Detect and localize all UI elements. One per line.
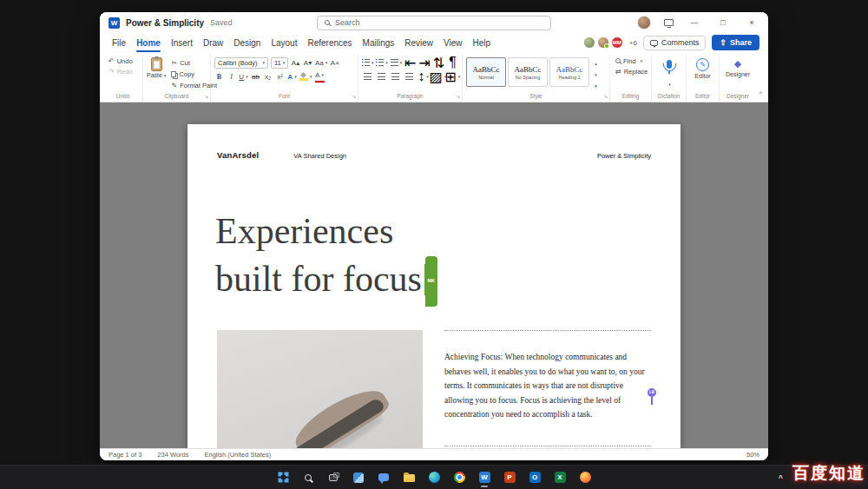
underline-button[interactable] bbox=[239, 71, 248, 83]
undo-button[interactable]: Undo bbox=[107, 56, 139, 66]
document-heading[interactable]: Experiences built for focus MK bbox=[215, 208, 426, 303]
italic-button[interactable] bbox=[227, 71, 236, 83]
borders-button[interactable] bbox=[447, 71, 458, 83]
text-effects-button[interactable] bbox=[287, 71, 297, 83]
taskbar-chat-button[interactable] bbox=[373, 467, 394, 488]
paragraph-launcher-icon[interactable] bbox=[456, 94, 460, 99]
paste-button[interactable]: Paste bbox=[147, 56, 166, 92]
taskbar-edge-button[interactable] bbox=[424, 467, 444, 488]
user-avatar[interactable] bbox=[637, 16, 651, 30]
taskbar-excel-button[interactable]: X bbox=[549, 467, 570, 488]
tab-draw[interactable]: Draw bbox=[198, 35, 228, 51]
tab-design[interactable]: Design bbox=[228, 35, 266, 51]
taskbar-task-view-button[interactable] bbox=[323, 467, 344, 488]
decrease-indent-button[interactable] bbox=[404, 57, 416, 69]
tab-references[interactable]: References bbox=[302, 35, 357, 51]
style-no-spacing[interactable]: AaBbCc No Spacing bbox=[508, 57, 548, 87]
close-button[interactable] bbox=[744, 18, 760, 27]
taskbar-chrome-button[interactable] bbox=[449, 467, 470, 488]
search-input[interactable]: Search bbox=[317, 16, 551, 30]
sort-button[interactable] bbox=[433, 57, 444, 69]
tab-layout[interactable]: Layout bbox=[266, 35, 302, 51]
body-paragraph[interactable]: Achieving Focus: When technology communi… bbox=[444, 353, 645, 419]
taskbar-firefox-button[interactable] bbox=[575, 467, 595, 488]
highlight-button[interactable] bbox=[299, 71, 312, 83]
tab-home[interactable]: Home bbox=[131, 35, 166, 51]
share-button[interactable]: Share bbox=[712, 35, 760, 50]
tab-mailings[interactable]: Mailings bbox=[358, 35, 400, 51]
document-image[interactable] bbox=[217, 330, 423, 448]
taskbar-word-button[interactable]: W bbox=[474, 467, 495, 488]
status-bar: Page 1 of 3 234 Words English (United St… bbox=[100, 448, 768, 460]
font-size-select[interactable]: 11 bbox=[271, 57, 288, 69]
collaborator-avatar[interactable] bbox=[597, 36, 609, 49]
tab-insert[interactable]: Insert bbox=[166, 35, 198, 51]
font-color-button[interactable] bbox=[315, 71, 325, 83]
minimize-button[interactable] bbox=[687, 18, 702, 27]
zoom-level[interactable]: 50% bbox=[746, 451, 760, 459]
styles-launcher-icon[interactable] bbox=[603, 94, 608, 99]
superscript-button[interactable] bbox=[275, 71, 285, 83]
justify-button[interactable] bbox=[404, 71, 415, 83]
undo-icon bbox=[108, 57, 115, 65]
dictate-button[interactable] bbox=[655, 56, 682, 92]
show-formatting-button[interactable] bbox=[447, 57, 458, 69]
document-title[interactable]: Power & Simplicity bbox=[126, 18, 204, 28]
taskbar-search-button[interactable] bbox=[298, 467, 319, 488]
collapse-ribbon-icon[interactable] bbox=[760, 90, 762, 96]
style-heading-1[interactable]: AaBbCc Heading 1 bbox=[549, 57, 589, 87]
strikethrough-button[interactable] bbox=[251, 71, 260, 83]
group-label-editing: Editing bbox=[614, 92, 648, 102]
find-button[interactable]: Find bbox=[614, 56, 648, 66]
editor-button[interactable]: Editor bbox=[690, 56, 715, 92]
body-text-column[interactable]: Achieving Focus: When technology communi… bbox=[444, 330, 651, 448]
line-spacing-button[interactable] bbox=[418, 71, 429, 83]
collaborator-avatar[interactable] bbox=[583, 36, 595, 49]
tab-view[interactable]: View bbox=[438, 35, 468, 51]
group-label-paragraph: Paragraph bbox=[362, 92, 458, 102]
designer-button[interactable]: Designer bbox=[723, 56, 753, 92]
taskbar-file-explorer-button[interactable] bbox=[398, 467, 419, 488]
styles-gallery-more-icon[interactable] bbox=[594, 83, 598, 89]
tray-chevron-icon[interactable] bbox=[779, 473, 783, 482]
style-normal[interactable]: AaBbCc Normal bbox=[466, 57, 506, 87]
save-status[interactable]: Saved bbox=[210, 18, 233, 27]
bullets-button[interactable] bbox=[362, 57, 373, 69]
change-case-icon[interactable] bbox=[315, 57, 327, 69]
increase-indent-button[interactable] bbox=[418, 57, 430, 69]
word-count[interactable]: 234 Words bbox=[157, 451, 188, 459]
clipboard-launcher-icon[interactable] bbox=[204, 94, 208, 99]
subscript-button[interactable] bbox=[263, 71, 273, 83]
bold-button[interactable] bbox=[214, 71, 224, 83]
taskbar-start-button[interactable] bbox=[273, 467, 293, 488]
replace-button[interactable]: Replace bbox=[614, 66, 648, 76]
tab-file[interactable]: File bbox=[107, 35, 131, 51]
taskbar-widgets-button[interactable] bbox=[348, 467, 369, 488]
numbering-button[interactable] bbox=[376, 57, 387, 69]
align-right-button[interactable] bbox=[390, 71, 401, 83]
document-page[interactable]: VanArsdel VA Shared Design Power & Simpl… bbox=[187, 124, 681, 448]
styles-scroll-up-icon[interactable] bbox=[594, 60, 598, 67]
tab-help[interactable]: Help bbox=[468, 35, 496, 51]
collaborator-badge[interactable]: MM bbox=[611, 36, 623, 49]
tab-review[interactable]: Review bbox=[399, 35, 438, 51]
multilevel-list-button[interactable] bbox=[391, 57, 402, 69]
taskbar-powerpoint-button[interactable]: P bbox=[499, 467, 520, 488]
comments-button[interactable]: Comments bbox=[643, 36, 707, 50]
align-center-button[interactable] bbox=[376, 71, 387, 83]
clear-formatting-icon[interactable] bbox=[330, 57, 339, 69]
collaborator-overflow[interactable]: +6 bbox=[629, 39, 637, 47]
page-indicator[interactable]: Page 1 of 3 bbox=[108, 451, 141, 459]
styles-scroll-down-icon[interactable] bbox=[594, 71, 598, 78]
font-family-select[interactable]: Calibri (Body) bbox=[214, 57, 268, 69]
align-left-button[interactable] bbox=[362, 71, 373, 83]
language-indicator[interactable]: English (United States) bbox=[205, 451, 272, 459]
shading-button[interactable] bbox=[431, 71, 444, 83]
grow-font-icon[interactable] bbox=[291, 57, 300, 69]
taskbar-outlook-button[interactable]: O bbox=[524, 467, 545, 488]
redo-button[interactable]: Redo bbox=[107, 66, 139, 76]
font-launcher-icon[interactable] bbox=[352, 94, 356, 99]
maximize-button[interactable] bbox=[715, 18, 731, 27]
cast-icon[interactable] bbox=[664, 19, 674, 26]
shrink-font-icon[interactable] bbox=[303, 57, 312, 69]
